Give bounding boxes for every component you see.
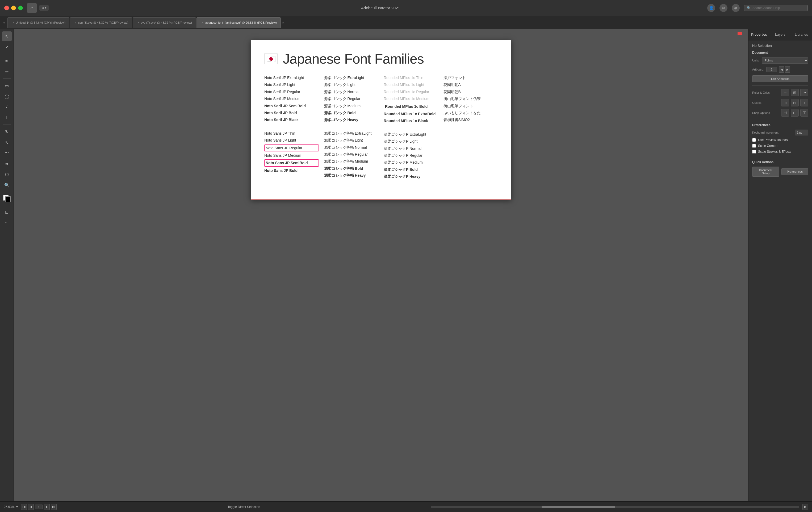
search-box[interactable]: 🔍 [744,5,808,11]
scale-corners-checkbox[interactable] [752,144,756,148]
units-label: Units: [752,59,760,62]
page-input[interactable] [35,505,43,509]
more-tools[interactable]: ··· [2,218,12,227]
direct-selection-tool[interactable]: ↗ [2,42,12,52]
page-next[interactable]: ▶ [44,504,50,510]
scroll-right[interactable]: ▶ [803,504,808,510]
list-item: Noto Sans JP Light [264,137,319,143]
snap-icon-3[interactable]: ⊤ [800,109,808,116]
keyboard-increment-input[interactable] [795,130,808,135]
tab-1[interactable]: × svg (3).svg @ 48.32 % (RGB/Preview) [70,17,132,28]
tab-close-2[interactable]: × [138,21,139,24]
warp-tool[interactable]: 〜 [2,148,12,158]
grid-icon[interactable]: ⊞ [791,89,799,96]
tab-0[interactable]: × Untitled-1* @ 54.6 % (CMYK/Preview) [7,17,69,28]
document-setup-button[interactable]: Document Setup [752,167,779,177]
pen-tool[interactable]: ✒ [2,56,12,66]
rectangle-tool[interactable]: ▭ [2,81,12,90]
red-marker [737,32,742,35]
snap-icon-1[interactable]: ⊣ [781,109,789,116]
bottom-scrollbar[interactable] [431,506,799,508]
page-first[interactable]: |◀ [21,504,27,510]
tab-close-1[interactable]: × [75,21,77,24]
font-col-4: 瀬戸フォント 花園明朝A 花園明朝B 衡山毛筆フォント仿宋 衡山毛筆フォント ぶ… [443,75,498,179]
quick-actions-title: Quick Actions [752,160,808,164]
page-prev[interactable]: ◀ [28,504,34,510]
scroll-thumb[interactable] [542,506,615,508]
list-item: Rounded MPlus 1c Light [384,82,438,87]
account-icon[interactable]: 👤 [707,4,715,12]
tab-layers[interactable]: Layers [770,29,791,40]
scale-tool[interactable]: ⤡ [2,138,12,147]
workspace-icon[interactable]: ⧉ [720,4,727,12]
type-tool[interactable]: T [2,113,12,123]
use-preview-bounds-checkbox[interactable] [752,138,756,142]
search-input[interactable] [752,6,805,10]
grid-alt-icon[interactable]: ⋯ [800,89,808,96]
guide-icon-2[interactable]: ⊡ [791,99,799,106]
color-boxes[interactable] [3,195,11,202]
artboard-tool[interactable]: ⊡ [2,207,12,217]
app-title: Adobe Illustrator 2021 [54,6,707,10]
edit-artboards-button[interactable]: Edit Artboards [752,75,808,82]
minimize-button[interactable] [11,6,16,10]
selection-tool[interactable]: ↖ [2,31,12,41]
use-preview-bounds-label: Use Preview Bounds [758,138,787,142]
no-selection-label: No Selection [752,44,808,48]
preferences-button[interactable]: Preferences [781,168,809,175]
list-item: Noto Sans JP Thin [264,130,319,136]
artboard-next[interactable]: ▶ [785,66,790,73]
tab-3[interactable]: × japanese_font_families.svg* @ 26.53 % … [197,17,281,28]
width-tool[interactable]: ⇔ [2,159,12,168]
brush-tool[interactable]: ✏ [2,67,12,76]
stroke-color[interactable] [5,196,11,202]
close-button[interactable] [4,6,9,10]
guide-icon-3[interactable]: ↕ [800,99,808,106]
guide-icon-1[interactable]: ⊞ [781,99,789,106]
scale-strokes-checkbox[interactable] [752,150,756,154]
artboard-input[interactable] [766,67,777,72]
ruler-icon[interactable]: ⊢ [781,89,789,96]
list-item: 源柔ゴシック Light [324,82,379,87]
list-item: 花園明朝B [443,89,498,95]
home-button[interactable]: ⌂ [27,3,37,13]
section-gap [324,124,379,129]
list-item: Rounded MPlus 1c Bold [384,103,438,110]
zoom-tool[interactable]: 🔍 [2,180,12,190]
tab-label-1: svg (3).svg @ 48.32 % (RGB/Preview) [78,21,128,24]
list-item: Noto Serif JP ExtraLight [264,75,319,81]
tab-2[interactable]: × svg (7).svg* @ 48.32 % (RGB/Preview) [133,17,196,28]
line-tool[interactable]: / [2,102,12,112]
list-item: 源柔ゴシック等幅 Regular [324,152,379,157]
list-item: 源柔ゴシック等幅 Normal [324,144,379,150]
snap-options-row: Snap Options ⊣ ⊢ ⊤ [752,109,808,116]
tool-sep-1 [3,54,11,54]
tab-expander-left[interactable]: « [2,20,6,25]
tab-libraries[interactable]: Libraries [791,29,812,40]
search-icon: 🔍 [747,6,751,10]
tabs-row: « × Untitled-1* @ 54.6 % (CMYK/Preview) … [0,16,812,29]
artboard: 🇯🇵 Japanese Font Families Noto Serif JP … [251,40,511,199]
view-switcher[interactable]: ⊞ ▾ [39,5,49,11]
shape-builder-tool[interactable]: ⬡ [2,169,12,179]
font-col-3: Rounded MPlus 1c Thin Rounded MPlus 1c L… [384,75,438,179]
bottom-bar: 26.53% ▾ |◀ ◀ ▶ ▶| Toggle Direct Selecti… [0,501,812,512]
artboard-prev[interactable]: ◀ [779,66,784,73]
ellipse-tool[interactable]: ◯ [2,91,12,101]
list-item: 源柔ゴシック Medium [324,103,379,109]
tab-expander-right[interactable]: » [281,20,285,25]
maximize-button[interactable] [18,6,23,10]
snap-icon-2[interactable]: ⊢ [791,109,799,116]
list-item: Noto Sans JP Regular [264,144,319,152]
canvas-area[interactable]: 🇯🇵 Japanese Font Families Noto Serif JP … [14,29,748,501]
tab-close-3[interactable]: × [202,21,203,24]
units-select[interactable]: Points Pixels Millimeters Inches [762,57,808,63]
artboard-title-row: 🇯🇵 Japanese Font Families [264,51,498,67]
plugins-icon[interactable]: ⊕ [732,4,740,12]
rotate-tool[interactable]: ↻ [2,127,12,136]
tab-properties[interactable]: Properties [749,29,770,40]
tab-close-0[interactable]: × [12,21,14,24]
panel-tabs: Properties Layers Libraries [749,29,812,41]
artboard-title: Japanese Font Families [283,51,424,67]
page-last[interactable]: ▶| [51,504,57,510]
